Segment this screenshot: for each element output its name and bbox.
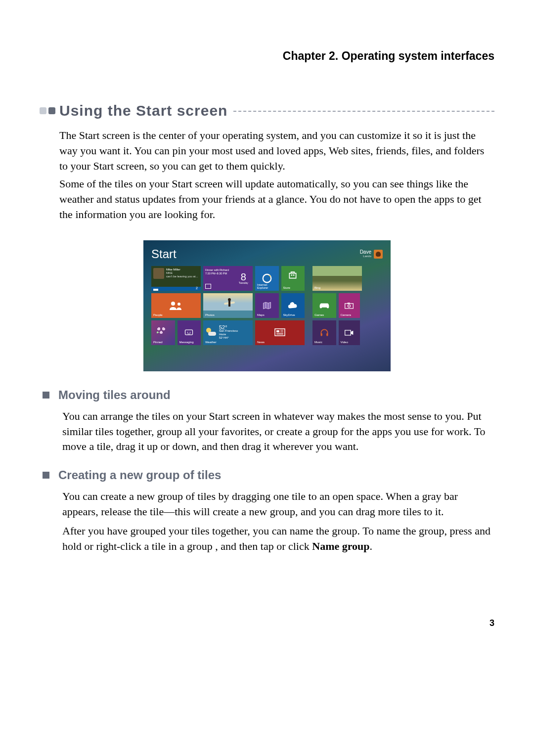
messaging-label: Messaging bbox=[179, 341, 194, 344]
para2-bold: Name group bbox=[312, 540, 369, 552]
intro-paragraph-1: The Start screen is the center of your o… bbox=[59, 128, 494, 174]
people-icon bbox=[169, 300, 183, 311]
svg-rect-12 bbox=[348, 303, 350, 304]
internet-explorer-icon bbox=[262, 273, 272, 284]
tile-group-2: Bing Games Camera bbox=[312, 266, 362, 345]
svg-point-7 bbox=[190, 332, 191, 333]
messaging-tile: Messaging bbox=[178, 320, 201, 345]
page-number: 3 bbox=[40, 618, 494, 628]
people-label: People bbox=[153, 313, 163, 316]
bullet-square-light bbox=[40, 107, 46, 114]
music-tile: Music bbox=[312, 320, 336, 345]
news-icon bbox=[274, 328, 286, 338]
camera-tile: Camera bbox=[339, 293, 360, 318]
music-label: Music bbox=[314, 341, 322, 344]
photos-label: Photos bbox=[205, 313, 215, 316]
svg-point-11 bbox=[348, 305, 351, 307]
subsection-header-row: Creating a new group of tiles bbox=[43, 468, 494, 482]
weather-tile: 52°San FranciscoHaze52°/44° Weather bbox=[203, 320, 253, 345]
cal-time: 7:30 PM–8:30 PM bbox=[205, 272, 232, 275]
svg-point-3 bbox=[171, 302, 175, 306]
start-label: Start bbox=[151, 247, 177, 261]
store-icon bbox=[288, 270, 298, 280]
photos-tile: Photos bbox=[203, 293, 253, 318]
ie-tile: Internet Explorer bbox=[255, 266, 279, 291]
video-tile: Video bbox=[339, 320, 360, 345]
calendar-tile: Dinner with Richard7:30 PM–8:30 PM 8Tues… bbox=[203, 266, 253, 291]
subsection-bullet-icon bbox=[43, 392, 49, 399]
svg-point-4 bbox=[178, 303, 180, 306]
tile-group-1: Mike MillerMKEcan't be leaving you at...… bbox=[151, 266, 305, 345]
start-header: Start DaveLando bbox=[151, 247, 383, 261]
games-label: Games bbox=[314, 313, 324, 316]
pinned-tile: Pinned bbox=[151, 320, 175, 345]
maps-icon bbox=[262, 301, 272, 311]
subsection-moving-tiles: Moving tiles around You can arrange the … bbox=[43, 388, 494, 454]
bullet-square-dark bbox=[48, 107, 55, 114]
store-tile: Store bbox=[281, 266, 305, 291]
camera-icon bbox=[344, 302, 354, 310]
maps-label: Maps bbox=[257, 313, 265, 316]
weather-icon bbox=[206, 328, 216, 338]
weather-label: Weather bbox=[205, 341, 217, 344]
section-dash-line bbox=[233, 111, 494, 112]
svg-rect-14 bbox=[326, 333, 328, 336]
svg-rect-2 bbox=[293, 274, 295, 276]
cal-event: Dinner with Richard bbox=[205, 268, 232, 272]
contact-photo-icon bbox=[153, 268, 164, 279]
weather-cond2: 52°/44° bbox=[219, 336, 238, 340]
subsection-creating-group: Creating a new group of tiles You can cr… bbox=[43, 468, 494, 554]
para2-run-c: . bbox=[370, 540, 373, 552]
mail-tile: Mike MillerMKEcan't be leaving you at...… bbox=[151, 266, 201, 291]
svg-rect-9 bbox=[276, 330, 279, 332]
cloud-icon bbox=[287, 302, 298, 310]
surfer-icon bbox=[227, 298, 233, 310]
svg-rect-10 bbox=[345, 304, 354, 309]
store-label: Store bbox=[283, 286, 290, 289]
intro-paragraph-2: Some of the tiles on your Start screen w… bbox=[59, 177, 494, 222]
mail-line1: MKE bbox=[166, 271, 198, 275]
tile-groups: Mike MillerMKEcan't be leaving you at...… bbox=[151, 266, 383, 345]
flower-icon bbox=[155, 325, 167, 337]
subsection-paragraph-1: You can create a new group of tiles by d… bbox=[62, 489, 494, 520]
cal-day-number: 8 bbox=[241, 272, 246, 281]
people-tile: People bbox=[151, 293, 201, 318]
user-name-block: DaveLando bbox=[360, 250, 371, 258]
cal-day-name: Tuesday bbox=[239, 281, 248, 284]
mail-badge: 2 bbox=[196, 286, 198, 290]
user-account: DaveLando bbox=[360, 250, 383, 259]
news-label: News bbox=[257, 341, 265, 344]
skydrive-label: SkyDrive bbox=[283, 313, 295, 316]
news-tile: News bbox=[255, 320, 305, 345]
subsection-title: Moving tiles around bbox=[58, 388, 171, 402]
mail-line2: can't be leaving you at... bbox=[166, 275, 198, 278]
section-header-row: Using the Start screen bbox=[40, 102, 494, 119]
section-title: Using the Start screen bbox=[59, 102, 227, 119]
subsection-paragraph: You can arrange the tiles on your Start … bbox=[62, 409, 494, 454]
para2-run-a: After you have grouped your tiles togeth… bbox=[62, 525, 490, 552]
document-page: Chapter 2. Operating system interfaces U… bbox=[0, 0, 534, 658]
user-sub: Lando bbox=[360, 254, 371, 258]
subsection-paragraph-2: After you have grouped your tiles togeth… bbox=[62, 524, 494, 554]
headphones-icon bbox=[319, 328, 329, 338]
subsection-bullet-icon bbox=[43, 472, 49, 479]
screenshot-figure-wrap: Start DaveLando Mike MillerMKEcan't be l… bbox=[40, 240, 494, 371]
svg-point-6 bbox=[187, 332, 188, 333]
games-tile: Games bbox=[312, 293, 336, 318]
weather-cond1: Haze bbox=[219, 333, 238, 336]
subsection-title: Creating a new group of tiles bbox=[58, 468, 221, 482]
weather-temp: 52° bbox=[219, 326, 238, 329]
mail-contact-name: Mike Miller bbox=[166, 268, 198, 271]
weather-city: San Francisco bbox=[219, 329, 238, 333]
skydrive-tile: SkyDrive bbox=[281, 293, 305, 318]
ie-label: Internet Explorer bbox=[257, 283, 279, 289]
video-icon bbox=[344, 329, 354, 337]
xbox-controller-icon bbox=[319, 302, 330, 310]
bing-tile: Bing bbox=[312, 266, 362, 291]
subsection-header-row: Moving tiles around bbox=[43, 388, 494, 402]
svg-rect-1 bbox=[291, 274, 293, 276]
video-label: Video bbox=[341, 341, 348, 344]
calendar-icon bbox=[205, 284, 211, 289]
svg-rect-15 bbox=[345, 330, 351, 335]
start-screen-screenshot: Start DaveLando Mike MillerMKEcan't be l… bbox=[143, 240, 391, 371]
